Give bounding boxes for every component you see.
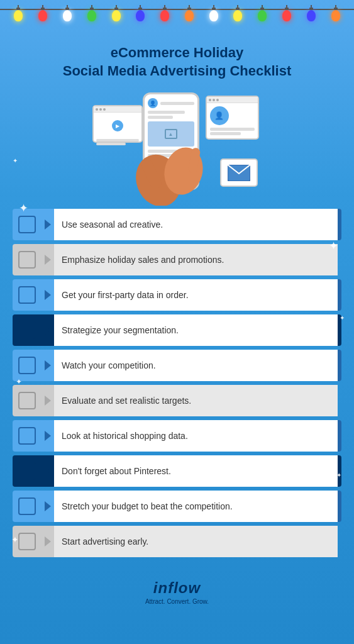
sparkle-4: ✦ [340, 314, 345, 321]
checklist-text-7: Look at historical shopping data. [62, 431, 188, 441]
sparkle-2: ✦ [329, 239, 338, 253]
checklist-text-1: Use seasonal ad creative. [62, 219, 163, 230]
checklist-item-7[interactable]: Look at historical shopping data. [13, 420, 341, 452]
checkbox-8[interactable] [18, 462, 36, 480]
accent-bar-3 [338, 279, 341, 311]
checklist-text-4: Strategize your segmentation. [62, 325, 179, 335]
lights-decoration [0, 0, 354, 38]
checkbox-5[interactable] [18, 357, 36, 374]
accent-bar-6 [338, 385, 341, 416]
checklist-item-5[interactable]: Watch your competition. [13, 350, 341, 381]
checklist-text-8: Don't forget about Pinterest. [62, 466, 171, 476]
hero-area: ▶ 👤 [0, 83, 354, 209]
checklist-item-3[interactable]: Get your first-party data in order. [13, 279, 341, 311]
checklist-item-6[interactable]: Evaluate and set realistic targets. [13, 385, 341, 416]
checklist-text-9: Stretch your budget to beat the competit… [62, 501, 233, 511]
checklist-text-6: Evaluate and set realistic targets. [62, 396, 191, 406]
checklist-item-4[interactable]: Strategize your segmentation. [13, 314, 341, 346]
checklist-item-1[interactable]: Use seasonal ad creative. [13, 209, 341, 240]
checklist-item-10[interactable]: Start advertising early. [13, 526, 341, 557]
sparkle-7: ✦ [11, 535, 19, 545]
hero-illustration: ▶ 👤 [89, 86, 265, 199]
checklist-section: Use seasonal ad creative. Emphasize holi… [0, 209, 354, 570]
sparkle-6: ✦ [336, 472, 341, 479]
checkbox-2[interactable] [18, 251, 36, 269]
arrow-7 [45, 431, 51, 441]
footer-logo: inflow [0, 579, 354, 597]
accent-bar-9 [338, 491, 341, 522]
arrow-2 [45, 255, 51, 265]
arrow-3 [45, 290, 51, 300]
arrow-9 [45, 501, 51, 511]
checklist-item-2[interactable]: Emphasize holiday sales and promotions. [13, 244, 341, 275]
checkbox-9[interactable] [18, 497, 36, 515]
page-wrapper: ✦ ✦ ✦ ✦ ✦ ✦ ✦ eCommerce Holiday Social M… [0, 0, 354, 644]
arrow-4 [45, 325, 51, 335]
arrow-1 [45, 219, 51, 230]
checklist-text-3: Get your first-party data in order. [62, 290, 189, 300]
checklist-text-10: Start advertising early. [62, 536, 148, 547]
footer: inflow Attract. Convert. Grow. [0, 570, 354, 618]
checkbox-7[interactable] [18, 427, 36, 445]
title-section: eCommerce Holiday Social Media Advertisi… [0, 38, 354, 83]
accent-bar-10 [338, 526, 341, 557]
accent-bar-7 [338, 420, 341, 452]
checklist-text-5: Watch your competition. [62, 360, 156, 370]
accent-bar-1 [338, 209, 341, 240]
checkbox-6[interactable] [18, 392, 36, 409]
sparkle-5: ✦ [16, 377, 22, 386]
accent-bar-5 [338, 350, 341, 381]
checkbox-3[interactable] [18, 286, 36, 304]
checkbox-4[interactable] [18, 321, 36, 339]
checkbox-1[interactable] [18, 216, 36, 233]
page-title: eCommerce Holiday Social Media Advertisi… [25, 44, 329, 80]
arrow-8 [45, 466, 51, 476]
checklist-item-8[interactable]: Don't forget about Pinterest. [13, 455, 341, 487]
footer-tagline: Attract. Convert. Grow. [0, 598, 354, 605]
hands-svg [133, 124, 215, 206]
email-illustration [220, 158, 258, 187]
checklist-text-2: Emphasize holiday sales and promotions. [62, 255, 224, 265]
arrow-10 [45, 536, 51, 547]
checkbox-10[interactable] [18, 533, 36, 550]
checklist-item-9[interactable]: Stretch your budget to beat the competit… [13, 491, 341, 522]
arrow-6 [45, 396, 51, 406]
arrow-5 [45, 360, 51, 370]
